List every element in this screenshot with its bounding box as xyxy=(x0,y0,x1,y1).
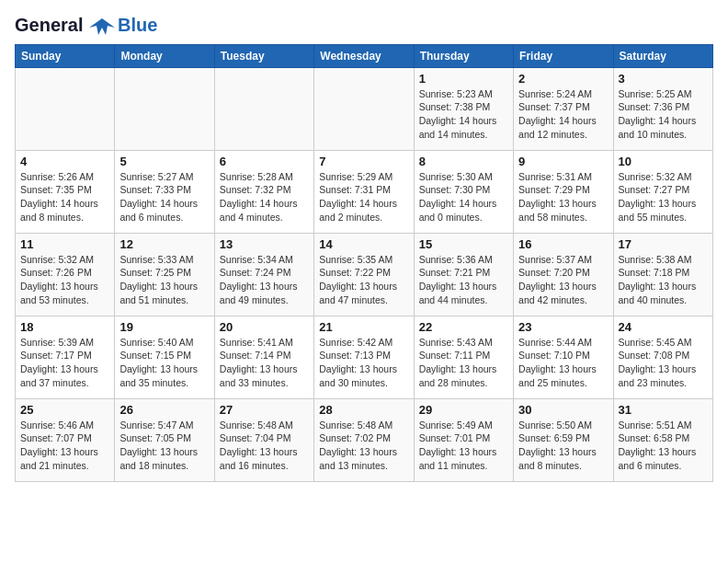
day-info: Sunrise: 5:32 AM Sunset: 7:26 PM Dayligh… xyxy=(20,253,109,307)
day-cell xyxy=(115,67,214,150)
day-cell: 24Sunrise: 5:45 AM Sunset: 7:08 PM Dayli… xyxy=(613,316,712,398)
day-number: 23 xyxy=(518,320,608,334)
day-header-saturday: Saturday xyxy=(613,44,712,67)
day-cell xyxy=(16,67,115,150)
day-header-monday: Monday xyxy=(115,44,214,67)
day-number: 14 xyxy=(319,237,408,251)
day-info: Sunrise: 5:35 AM Sunset: 7:22 PM Dayligh… xyxy=(319,253,408,307)
day-number: 31 xyxy=(619,403,708,417)
day-info: Sunrise: 5:43 AM Sunset: 7:11 PM Dayligh… xyxy=(419,336,508,390)
day-number: 9 xyxy=(518,155,608,168)
day-number: 2 xyxy=(518,72,608,86)
day-cell: 1Sunrise: 5:23 AM Sunset: 7:38 PM Daylig… xyxy=(414,67,513,150)
day-cell: 23Sunrise: 5:44 AM Sunset: 7:10 PM Dayli… xyxy=(514,316,613,398)
day-info: Sunrise: 5:36 AM Sunset: 7:21 PM Dayligh… xyxy=(419,253,508,307)
day-info: Sunrise: 5:23 AM Sunset: 7:38 PM Dayligh… xyxy=(419,87,508,142)
day-info: Sunrise: 5:46 AM Sunset: 7:07 PM Dayligh… xyxy=(20,419,109,473)
logo-blue: Blue xyxy=(118,15,157,36)
svg-marker-0 xyxy=(89,18,115,35)
week-row-4: 18Sunrise: 5:39 AM Sunset: 7:17 PM Dayli… xyxy=(16,316,713,398)
day-cell: 27Sunrise: 5:48 AM Sunset: 7:04 PM Dayli… xyxy=(214,398,313,481)
day-cell: 30Sunrise: 5:50 AM Sunset: 6:59 PM Dayli… xyxy=(514,398,613,481)
day-cell: 7Sunrise: 5:29 AM Sunset: 7:31 PM Daylig… xyxy=(314,150,414,233)
day-number: 29 xyxy=(419,403,508,417)
day-info: Sunrise: 5:25 AM Sunset: 7:36 PM Dayligh… xyxy=(619,87,708,142)
day-cell: 13Sunrise: 5:34 AM Sunset: 7:24 PM Dayli… xyxy=(214,233,313,316)
day-info: Sunrise: 5:40 AM Sunset: 7:15 PM Dayligh… xyxy=(119,336,209,390)
calendar-table: SundayMondayTuesdayWednesdayThursdayFrid… xyxy=(15,44,713,482)
day-info: Sunrise: 5:48 AM Sunset: 7:04 PM Dayligh… xyxy=(220,419,309,473)
day-info: Sunrise: 5:33 AM Sunset: 7:25 PM Dayligh… xyxy=(119,253,209,307)
page-header: General Blue xyxy=(15,15,713,37)
day-info: Sunrise: 5:39 AM Sunset: 7:17 PM Dayligh… xyxy=(20,336,109,390)
day-cell: 15Sunrise: 5:36 AM Sunset: 7:21 PM Dayli… xyxy=(414,233,513,316)
day-cell xyxy=(214,67,313,150)
day-info: Sunrise: 5:45 AM Sunset: 7:08 PM Dayligh… xyxy=(619,336,708,390)
day-number: 30 xyxy=(518,403,608,417)
day-number: 3 xyxy=(619,72,708,86)
day-cell: 11Sunrise: 5:32 AM Sunset: 7:26 PM Dayli… xyxy=(16,233,115,316)
day-info: Sunrise: 5:49 AM Sunset: 7:01 PM Dayligh… xyxy=(419,419,508,473)
day-number: 20 xyxy=(220,320,309,334)
day-cell: 18Sunrise: 5:39 AM Sunset: 7:17 PM Dayli… xyxy=(16,316,115,398)
day-cell: 12Sunrise: 5:33 AM Sunset: 7:25 PM Dayli… xyxy=(115,233,214,316)
day-cell: 3Sunrise: 5:25 AM Sunset: 7:36 PM Daylig… xyxy=(613,67,712,150)
day-info: Sunrise: 5:37 AM Sunset: 7:20 PM Dayligh… xyxy=(518,253,608,307)
day-info: Sunrise: 5:28 AM Sunset: 7:32 PM Dayligh… xyxy=(220,170,309,224)
day-header-friday: Friday xyxy=(514,44,613,67)
day-cell: 26Sunrise: 5:47 AM Sunset: 7:05 PM Dayli… xyxy=(115,398,214,481)
day-cell: 28Sunrise: 5:48 AM Sunset: 7:02 PM Dayli… xyxy=(314,398,414,481)
day-number: 21 xyxy=(319,320,408,334)
day-cell: 19Sunrise: 5:40 AM Sunset: 7:15 PM Dayli… xyxy=(115,316,214,398)
day-info: Sunrise: 5:26 AM Sunset: 7:35 PM Dayligh… xyxy=(20,170,109,224)
day-number: 22 xyxy=(419,320,508,334)
day-cell: 4Sunrise: 5:26 AM Sunset: 7:35 PM Daylig… xyxy=(16,150,115,233)
week-row-5: 25Sunrise: 5:46 AM Sunset: 7:07 PM Dayli… xyxy=(16,398,713,481)
day-number: 26 xyxy=(119,403,209,417)
day-number: 18 xyxy=(20,320,109,334)
day-cell: 29Sunrise: 5:49 AM Sunset: 7:01 PM Dayli… xyxy=(414,398,513,481)
day-info: Sunrise: 5:32 AM Sunset: 7:27 PM Dayligh… xyxy=(619,170,708,224)
day-header-sunday: Sunday xyxy=(16,44,115,67)
day-number: 19 xyxy=(119,320,209,334)
day-cell: 5Sunrise: 5:27 AM Sunset: 7:33 PM Daylig… xyxy=(115,150,214,233)
day-cell: 9Sunrise: 5:31 AM Sunset: 7:29 PM Daylig… xyxy=(514,150,613,233)
logo: General Blue xyxy=(15,15,157,37)
day-cell: 6Sunrise: 5:28 AM Sunset: 7:32 PM Daylig… xyxy=(214,150,313,233)
day-info: Sunrise: 5:42 AM Sunset: 7:13 PM Dayligh… xyxy=(319,336,408,390)
day-number: 15 xyxy=(419,237,508,251)
day-info: Sunrise: 5:48 AM Sunset: 7:02 PM Dayligh… xyxy=(319,419,408,473)
day-cell: 22Sunrise: 5:43 AM Sunset: 7:11 PM Dayli… xyxy=(414,316,513,398)
day-number: 24 xyxy=(619,320,708,334)
days-of-week-row: SundayMondayTuesdayWednesdayThursdayFrid… xyxy=(16,44,713,67)
day-cell: 14Sunrise: 5:35 AM Sunset: 7:22 PM Dayli… xyxy=(314,233,414,316)
day-number: 27 xyxy=(220,403,309,417)
day-info: Sunrise: 5:50 AM Sunset: 6:59 PM Dayligh… xyxy=(518,419,608,473)
day-cell xyxy=(314,67,414,150)
day-info: Sunrise: 5:29 AM Sunset: 7:31 PM Dayligh… xyxy=(319,170,408,224)
day-header-tuesday: Tuesday xyxy=(214,44,313,67)
day-number: 17 xyxy=(619,237,708,251)
day-cell: 8Sunrise: 5:30 AM Sunset: 7:30 PM Daylig… xyxy=(414,150,513,233)
day-number: 4 xyxy=(20,155,109,168)
week-row-3: 11Sunrise: 5:32 AM Sunset: 7:26 PM Dayli… xyxy=(16,233,713,316)
day-info: Sunrise: 5:44 AM Sunset: 7:10 PM Dayligh… xyxy=(518,336,608,390)
week-row-2: 4Sunrise: 5:26 AM Sunset: 7:35 PM Daylig… xyxy=(16,150,713,233)
day-info: Sunrise: 5:34 AM Sunset: 7:24 PM Dayligh… xyxy=(220,253,309,307)
day-number: 12 xyxy=(119,237,209,251)
day-info: Sunrise: 5:27 AM Sunset: 7:33 PM Dayligh… xyxy=(119,170,209,224)
day-number: 8 xyxy=(419,155,508,168)
day-cell: 25Sunrise: 5:46 AM Sunset: 7:07 PM Dayli… xyxy=(16,398,115,481)
day-cell: 2Sunrise: 5:24 AM Sunset: 7:37 PM Daylig… xyxy=(514,67,613,150)
day-number: 5 xyxy=(119,155,209,168)
week-row-1: 1Sunrise: 5:23 AM Sunset: 7:38 PM Daylig… xyxy=(16,67,713,150)
day-info: Sunrise: 5:38 AM Sunset: 7:18 PM Dayligh… xyxy=(619,253,708,307)
day-cell: 31Sunrise: 5:51 AM Sunset: 6:58 PM Dayli… xyxy=(613,398,712,481)
day-cell: 21Sunrise: 5:42 AM Sunset: 7:13 PM Dayli… xyxy=(314,316,414,398)
day-info: Sunrise: 5:31 AM Sunset: 7:29 PM Dayligh… xyxy=(518,170,608,224)
day-info: Sunrise: 5:30 AM Sunset: 7:30 PM Dayligh… xyxy=(419,170,508,224)
day-info: Sunrise: 5:24 AM Sunset: 7:37 PM Dayligh… xyxy=(518,87,608,142)
day-cell: 20Sunrise: 5:41 AM Sunset: 7:14 PM Dayli… xyxy=(214,316,313,398)
logo-bird-icon xyxy=(89,17,115,37)
day-info: Sunrise: 5:47 AM Sunset: 7:05 PM Dayligh… xyxy=(119,419,209,473)
